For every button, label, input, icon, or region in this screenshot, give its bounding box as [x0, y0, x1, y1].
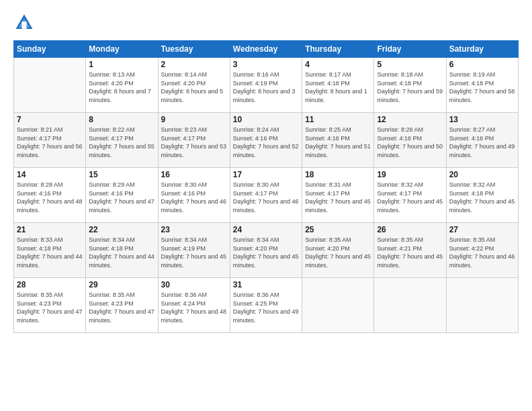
day-daylight: Daylight: 7 hours and 46 minutes. [449, 253, 515, 269]
day-sunrise: Sunrise: 8:23 AM [161, 126, 208, 133]
day-number: 7 [17, 115, 83, 124]
day-sunrise: Sunrise: 8:34 AM [161, 236, 208, 243]
day-daylight: Daylight: 7 hours and 55 minutes. [89, 143, 154, 158]
day-number: 26 [377, 225, 443, 234]
day-daylight: Daylight: 8 hours and 1 minute. [305, 88, 367, 103]
day-sunset: Sunset: 4:23 PM [17, 300, 62, 307]
day-sunset: Sunset: 4:17 PM [17, 135, 62, 142]
day-number: 31 [233, 280, 299, 289]
calendar-day-cell: 21 Sunrise: 8:33 AM Sunset: 4:18 PM Dayl… [14, 223, 86, 278]
calendar-week-row: 21 Sunrise: 8:33 AM Sunset: 4:18 PM Dayl… [14, 223, 519, 278]
calendar-day-cell: 9 Sunrise: 8:23 AM Sunset: 4:17 PM Dayli… [158, 113, 230, 168]
day-daylight: Daylight: 7 hours and 45 minutes. [449, 198, 515, 214]
calendar-day-cell: 19 Sunrise: 8:32 AM Sunset: 4:17 PM Dayl… [374, 168, 446, 223]
day-number: 3 [233, 60, 299, 69]
day-sunset: Sunset: 4:20 PM [305, 245, 350, 252]
day-sunrise: Sunrise: 8:35 AM [89, 291, 135, 298]
day-number: 24 [233, 225, 299, 234]
day-number: 4 [305, 60, 371, 69]
day-number: 1 [89, 60, 154, 69]
day-number: 20 [449, 170, 515, 179]
day-sunset: Sunset: 4:24 PM [161, 300, 206, 307]
day-sunset: Sunset: 4:16 PM [161, 190, 206, 197]
calendar-day-cell: 4 Sunrise: 8:17 AM Sunset: 4:18 PM Dayli… [302, 58, 374, 113]
calendar-day-cell: 3 Sunrise: 8:16 AM Sunset: 4:19 PM Dayli… [230, 58, 302, 113]
day-number: 5 [377, 60, 443, 69]
day-daylight: Daylight: 7 hours and 45 minutes. [233, 253, 299, 269]
logo [13, 12, 38, 34]
day-sunset: Sunset: 4:18 PM [377, 80, 422, 87]
calendar-day-cell: 5 Sunrise: 8:18 AM Sunset: 4:18 PM Dayli… [374, 58, 446, 113]
day-sunrise: Sunrise: 8:32 AM [449, 181, 496, 188]
day-sunrise: Sunrise: 8:19 AM [449, 71, 496, 78]
day-sunset: Sunset: 4:16 PM [17, 190, 62, 197]
day-sunset: Sunset: 4:16 PM [233, 135, 278, 142]
calendar-day-cell: 27 Sunrise: 8:35 AM Sunset: 4:22 PM Dayl… [446, 223, 518, 278]
calendar-day-cell: 23 Sunrise: 8:34 AM Sunset: 4:19 PM Dayl… [158, 223, 230, 278]
day-number: 12 [377, 115, 443, 124]
calendar-day-cell: 30 Sunrise: 8:36 AM Sunset: 4:24 PM Dayl… [158, 278, 230, 333]
day-daylight: Daylight: 8 hours and 3 minutes. [233, 88, 296, 103]
day-sunrise: Sunrise: 8:29 AM [89, 181, 135, 188]
calendar-table: SundayMondayTuesdayWednesdayThursdayFrid… [13, 40, 519, 333]
day-sunrise: Sunrise: 8:34 AM [233, 236, 279, 243]
day-daylight: Daylight: 7 hours and 45 minutes. [377, 198, 443, 214]
calendar-day-cell: 12 Sunrise: 8:26 AM Sunset: 4:16 PM Dayl… [374, 113, 446, 168]
day-daylight: Daylight: 7 hours and 53 minutes. [161, 143, 227, 158]
day-sunset: Sunset: 4:17 PM [161, 135, 206, 142]
day-sunset: Sunset: 4:20 PM [89, 80, 134, 87]
calendar-day-cell: 13 Sunrise: 8:27 AM Sunset: 4:16 PM Dayl… [446, 113, 518, 168]
day-sunset: Sunset: 4:25 PM [233, 300, 278, 307]
day-number: 2 [161, 60, 227, 69]
calendar-day-cell: 18 Sunrise: 8:31 AM Sunset: 4:17 PM Dayl… [302, 168, 374, 223]
day-number: 10 [233, 115, 299, 124]
day-number: 28 [17, 280, 83, 289]
day-number: 17 [233, 170, 299, 179]
day-daylight: Daylight: 7 hours and 45 minutes. [161, 253, 227, 269]
day-sunrise: Sunrise: 8:28 AM [17, 181, 63, 188]
day-sunrise: Sunrise: 8:17 AM [305, 71, 351, 78]
calendar-day-cell [374, 278, 446, 333]
calendar-day-cell: 2 Sunrise: 8:14 AM Sunset: 4:20 PM Dayli… [158, 58, 230, 113]
day-sunset: Sunset: 4:20 PM [161, 80, 206, 87]
day-of-week-header: Monday [86, 41, 158, 58]
day-sunrise: Sunrise: 8:31 AM [305, 181, 351, 188]
day-number: 15 [89, 170, 154, 179]
day-daylight: Daylight: 7 hours and 58 minutes. [449, 88, 515, 103]
day-sunset: Sunset: 4:18 PM [17, 245, 62, 252]
day-sunset: Sunset: 4:19 PM [233, 80, 278, 87]
day-sunrise: Sunrise: 8:35 AM [377, 236, 423, 243]
day-of-week-header: Saturday [446, 41, 518, 58]
calendar-day-cell [446, 278, 518, 333]
calendar-week-row: 7 Sunrise: 8:21 AM Sunset: 4:17 PM Dayli… [14, 113, 519, 168]
day-of-week-header: Tuesday [158, 41, 230, 58]
svg-rect-2 [21, 21, 26, 29]
day-number: 29 [89, 280, 154, 289]
day-of-week-header: Thursday [302, 41, 374, 58]
calendar-day-cell [14, 58, 86, 113]
calendar-day-cell: 29 Sunrise: 8:35 AM Sunset: 4:23 PM Dayl… [86, 278, 158, 333]
calendar-day-cell: 11 Sunrise: 8:25 AM Sunset: 4:16 PM Dayl… [302, 113, 374, 168]
day-sunrise: Sunrise: 8:32 AM [377, 181, 423, 188]
day-sunset: Sunset: 4:16 PM [305, 135, 350, 142]
day-sunrise: Sunrise: 8:35 AM [305, 236, 351, 243]
day-number: 6 [449, 60, 515, 69]
calendar-day-cell: 15 Sunrise: 8:29 AM Sunset: 4:16 PM Dayl… [86, 168, 158, 223]
calendar-day-cell: 26 Sunrise: 8:35 AM Sunset: 4:21 PM Dayl… [374, 223, 446, 278]
day-sunrise: Sunrise: 8:18 AM [377, 71, 423, 78]
page: SundayMondayTuesdayWednesdayThursdayFrid… [0, 0, 532, 411]
day-daylight: Daylight: 7 hours and 49 minutes. [233, 308, 299, 324]
day-sunset: Sunset: 4:19 PM [161, 245, 206, 252]
day-sunrise: Sunrise: 8:14 AM [161, 71, 208, 78]
day-sunrise: Sunrise: 8:22 AM [89, 126, 135, 133]
day-sunset: Sunset: 4:17 PM [305, 190, 350, 197]
day-number: 22 [89, 225, 154, 234]
day-daylight: Daylight: 7 hours and 49 minutes. [449, 143, 515, 158]
day-sunrise: Sunrise: 8:30 AM [233, 181, 279, 188]
day-number: 21 [17, 225, 83, 234]
day-sunset: Sunset: 4:18 PM [449, 190, 494, 197]
day-number: 11 [305, 115, 371, 124]
day-sunrise: Sunrise: 8:34 AM [89, 236, 135, 243]
day-daylight: Daylight: 7 hours and 46 minutes. [161, 198, 227, 214]
day-daylight: Daylight: 7 hours and 48 minutes. [17, 198, 83, 214]
